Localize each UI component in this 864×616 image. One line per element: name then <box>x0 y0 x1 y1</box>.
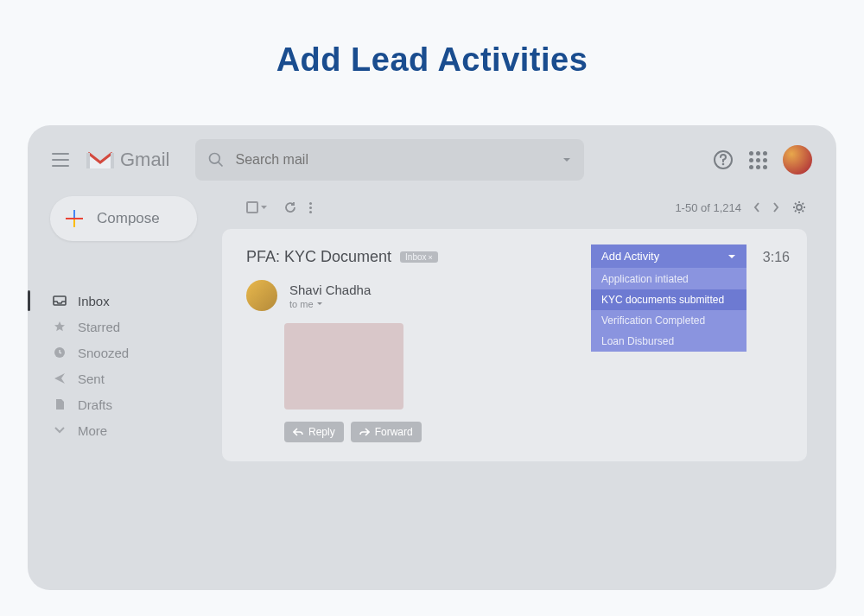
prev-page-icon[interactable] <box>753 202 760 213</box>
dropdown-option-loan-disbursed[interactable]: Loan Disbursed <box>591 331 746 352</box>
inbox-tag[interactable]: Inbox× <box>400 251 438 263</box>
dropdown-header[interactable]: Add Activity <box>591 244 746 269</box>
search-options-icon[interactable] <box>562 155 572 165</box>
sidebar-nav: Inbox Starred Snoozed Sent Drafts <box>50 288 222 443</box>
file-icon <box>52 398 67 410</box>
help-icon[interactable] <box>713 149 734 170</box>
email-time: 3:16 <box>763 250 790 265</box>
pagination <box>753 202 779 213</box>
select-all-checkbox[interactable] <box>246 201 258 213</box>
gmail-logo-icon <box>86 149 114 170</box>
tag-label: Inbox <box>405 252 426 262</box>
page-info: 1-50 of 1,214 <box>675 201 741 214</box>
dropdown-option-application-initiated[interactable]: Application intiated <box>591 269 746 289</box>
sidebar-item-more[interactable]: More <box>50 417 222 443</box>
sidebar-item-label: Inbox <box>78 294 110 308</box>
settings-icon[interactable] <box>791 200 807 215</box>
gmail-app: Gmail Compose Inbox <box>28 125 836 590</box>
sidebar-item-label: Snoozed <box>78 346 129 360</box>
sender-name: Shavi Chadha <box>289 283 371 297</box>
menu-icon[interactable] <box>52 153 69 167</box>
star-icon <box>52 321 67 333</box>
sidebar-item-starred[interactable]: Starred <box>50 314 222 340</box>
sidebar-item-drafts[interactable]: Drafts <box>50 391 222 417</box>
refresh-icon[interactable] <box>283 200 297 214</box>
attachment-thumbnail[interactable] <box>284 323 403 410</box>
plus-icon <box>66 210 83 227</box>
dropdown-option-kyc-documents[interactable]: KYC documents submitted <box>591 289 746 310</box>
next-page-icon[interactable] <box>772 202 779 213</box>
main-area: Compose Inbox Starred Snoozed Sent <box>28 194 836 461</box>
sender-avatar[interactable] <box>246 280 277 311</box>
content-area: 1-50 of 1,214 PFA: KYC Document Inbox× 3… <box>222 194 836 461</box>
sidebar-item-label: Drafts <box>78 397 112 412</box>
svg-point-0 <box>210 154 220 164</box>
recipient-line[interactable]: to me <box>289 299 371 309</box>
reply-icon <box>293 428 303 436</box>
search-input[interactable] <box>235 152 562 168</box>
sidebar-item-label: Starred <box>78 320 120 334</box>
sidebar-item-snoozed[interactable]: Snoozed <box>50 340 222 365</box>
reply-button[interactable]: Reply <box>284 422 344 442</box>
page-title: Add Lead Activities <box>0 41 864 79</box>
forward-label: Forward <box>375 426 413 438</box>
recipient-text: to me <box>289 299 314 309</box>
recipient-dropdown-icon <box>316 302 323 306</box>
tag-close-icon[interactable]: × <box>429 253 433 262</box>
reply-label: Reply <box>308 426 335 438</box>
email-subject: PFA: KYC Document <box>246 248 391 266</box>
sidebar-item-label: Sent <box>78 372 105 386</box>
chevron-down-icon <box>52 424 67 436</box>
forward-icon <box>359 428 370 436</box>
top-bar: Gmail <box>28 125 836 194</box>
sidebar: Compose Inbox Starred Snoozed Sent <box>28 194 222 461</box>
inbox-icon <box>52 295 67 307</box>
user-avatar[interactable] <box>783 145 812 175</box>
compose-label: Compose <box>97 210 160 227</box>
search-box[interactable] <box>195 139 584 181</box>
apps-icon[interactable] <box>749 151 767 169</box>
search-icon <box>207 151 225 168</box>
sidebar-item-sent[interactable]: Sent <box>50 365 222 391</box>
dropdown-options: Application intiated KYC documents submi… <box>591 269 746 352</box>
svg-point-6 <box>797 205 802 210</box>
add-activity-dropdown: Add Activity Application intiated KYC do… <box>591 244 746 352</box>
select-dropdown-icon[interactable] <box>260 205 268 210</box>
forward-button[interactable]: Forward <box>351 422 422 442</box>
toolbar-right: 1-50 of 1,214 <box>675 200 807 215</box>
top-right-controls <box>713 145 812 175</box>
svg-point-3 <box>722 163 725 166</box>
clock-icon <box>52 346 67 359</box>
compose-button[interactable]: Compose <box>50 196 197 241</box>
gmail-logo-text: Gmail <box>120 149 169 171</box>
email-actions: Reply Forward <box>284 422 783 442</box>
send-icon <box>52 372 67 384</box>
dropdown-caret-icon <box>727 254 736 259</box>
toolbar: 1-50 of 1,214 <box>222 194 807 220</box>
dropdown-header-label: Add Activity <box>601 250 659 263</box>
sidebar-item-label: More <box>78 423 107 438</box>
dropdown-option-verification-completed[interactable]: Verification Completed <box>591 310 746 331</box>
svg-line-1 <box>219 162 223 167</box>
email-card: PFA: KYC Document Inbox× 3:16 Shavi Chad… <box>222 229 807 461</box>
gmail-logo[interactable]: Gmail <box>86 149 169 171</box>
more-options-icon[interactable] <box>309 202 312 213</box>
sidebar-item-inbox[interactable]: Inbox <box>50 288 222 314</box>
